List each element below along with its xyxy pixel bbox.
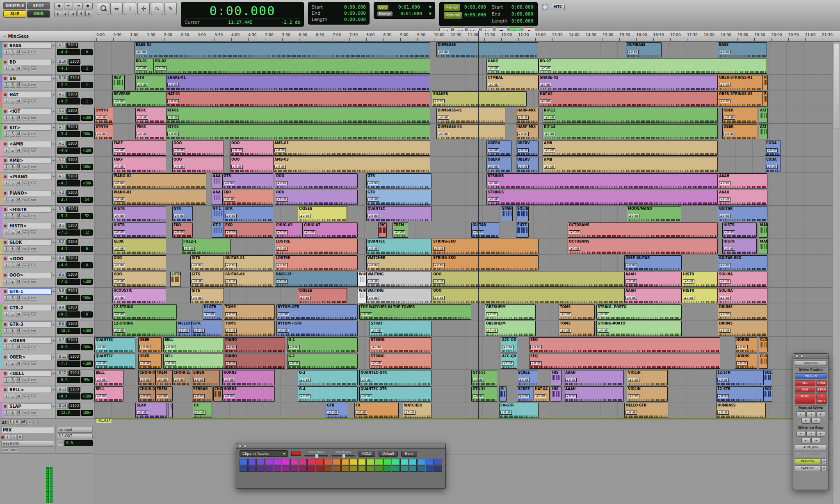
clip-gain-badge[interactable]: 0 dB <box>278 329 289 333</box>
clip-gain-badge[interactable]: 0 dB <box>192 263 203 267</box>
record-arm-button[interactable] <box>4 208 7 211</box>
pan-display[interactable]: 99> <box>81 377 93 383</box>
track-name[interactable]: KIT> <box>8 125 52 131</box>
clip-gain-badge[interactable]: 0 dB <box>488 148 499 152</box>
audio-clip[interactable]: VIOLIN0 dB <box>627 386 668 402</box>
clip-gain-badge[interactable]: 0 dB <box>540 99 551 103</box>
audio-clip[interactable]: G-20 dB <box>287 354 358 369</box>
clip-gain-badge[interactable]: 0 dB <box>371 361 382 366</box>
slip-mode-button[interactable]: SLIP <box>3 10 26 18</box>
color-swatch[interactable] <box>358 459 366 465</box>
mute-button[interactable]: M <box>16 66 21 71</box>
clip-gain-badge[interactable]: 0 dB <box>231 148 243 152</box>
mute-button[interactable]: M <box>16 246 21 252</box>
color-swatch[interactable] <box>274 465 282 472</box>
clip-gain-badge[interactable]: 0 dB <box>625 263 637 267</box>
track-lane[interactable]: SYNTH0 dBPERC0 dBKIT-010 dBDUMBASS-010 d… <box>94 107 833 124</box>
track-view-button[interactable]: ltch <box>30 411 37 415</box>
volume-display[interactable]: -7.3 <box>57 229 80 236</box>
solo-button[interactable]: S <box>10 99 15 104</box>
audio-clip[interactable]: EKO0 dB <box>222 190 273 205</box>
insert-assignment[interactable]: 510U <box>66 321 78 327</box>
audio-clip[interactable]: HISTR0 dB <box>682 272 718 287</box>
audio-clip[interactable]: HARP-MIX0 dB <box>516 108 539 123</box>
audio-clip[interactable]: EKO0 dB <box>172 222 193 238</box>
audio-clip[interactable]: BELL0 dB <box>94 386 123 402</box>
track-view-button[interactable]: ltch <box>30 394 37 399</box>
audio-clip[interactable]: HISTR0 dB <box>722 222 757 238</box>
manual-write-arrow-button[interactable]: ⇥ <box>811 418 820 424</box>
audio-clip[interactable]: BELL0 dB <box>94 370 123 385</box>
clip-gain-badge[interactable]: 0 dB <box>518 394 530 398</box>
input-monitor-button[interactable]: I <box>4 66 9 71</box>
nudge-caret-icon[interactable]: ▼ <box>429 12 431 16</box>
color-swatch[interactable] <box>434 465 442 472</box>
color-swatch[interactable] <box>400 459 409 465</box>
clip-gain-badge[interactable]: 0 dB <box>719 329 730 333</box>
clip-gain-badge[interactable]: 0 dB <box>361 378 372 382</box>
audio-clip[interactable]: OOO0 dB <box>112 255 166 270</box>
clip-gain-badge[interactable]: 0 dB <box>114 214 125 218</box>
input-monitor-button[interactable]: I <box>4 263 9 268</box>
audio-clip[interactable]: MOOG/MAND0 dB <box>627 206 681 221</box>
clip-gain-badge[interactable]: 0 dB <box>114 181 125 185</box>
main-counter[interactable]: 0:00.000 <box>185 4 300 18</box>
grid-value[interactable]: 0:01.000 <box>398 5 420 10</box>
clip-gain-badge[interactable]: 0 dB <box>114 312 125 316</box>
audio-clip[interactable]: TOMS0 dB <box>224 321 275 336</box>
clip-gain-badge[interactable]: 0 dB <box>139 378 151 382</box>
mute-button[interactable]: M <box>16 312 21 317</box>
track-view-button[interactable]: wv <box>22 312 29 317</box>
audio-clip[interactable]: RYTHM - GTR0 dB <box>276 321 358 336</box>
transport-end-value[interactable]: 0:00.000 <box>511 11 533 17</box>
audio-clip[interactable]: AAAH0 dB <box>564 370 624 385</box>
mute-button[interactable]: M <box>16 394 21 399</box>
color-swatch[interactable] <box>274 459 282 465</box>
color-swatch[interactable] <box>324 465 332 472</box>
clip-gain-badge[interactable]: 0 dB <box>433 99 445 103</box>
track-view-button[interactable]: wv <box>22 378 29 383</box>
record-arm-button[interactable] <box>4 372 7 375</box>
insert-assignment[interactable]: 510U <box>68 75 80 81</box>
pan-display[interactable]: 2 <box>81 66 93 72</box>
track-lane[interactable]: ACOUSTIC0 dBGITS0 dBCRISES0 dBWHIWAITING… <box>94 288 833 304</box>
volume-display[interactable]: -3.7 <box>57 197 80 203</box>
clip-gain-badge[interactable]: 0 dB <box>368 279 379 284</box>
clip-gain-badge[interactable]: 0 dB <box>719 263 730 267</box>
track-name[interactable]: AMB> <box>8 157 52 163</box>
input-monitor-button[interactable]: I <box>4 410 9 415</box>
clip-gain-badge[interactable]: 0 dB <box>433 247 445 251</box>
audio-clip[interactable]: SNARE-010 dB <box>166 75 430 90</box>
clip-gain-badge[interactable]: 0 dB <box>565 394 577 398</box>
track-options-caret[interactable]: ▾ <box>53 126 55 129</box>
track-options-caret[interactable]: ▾ <box>53 159 55 162</box>
audio-clip[interactable]: BASS0 dB <box>718 42 767 57</box>
write-on-stop-arrow-button[interactable]: ⇤ <box>797 431 806 437</box>
track-view-button[interactable]: wv <box>22 329 29 334</box>
clip-gain-badge[interactable]: 0 dB <box>96 378 107 382</box>
zoom-arrow-button[interactable]: ⇥ <box>74 2 83 9</box>
clip-gain-badge[interactable]: 0 dB <box>224 198 235 202</box>
window-zoom-icon[interactable] <box>800 354 803 358</box>
track-view-button[interactable]: ltch <box>30 378 37 383</box>
clip-gain-badge[interactable]: 0 dB <box>157 378 168 382</box>
track-view-button[interactable]: wv <box>22 116 29 120</box>
clip-gain-badge[interactable]: 0 dB <box>139 394 151 398</box>
clip-gain-badge[interactable]: 0 dB <box>288 345 300 349</box>
zoom-arrow-button[interactable]: ⇤ <box>64 2 73 9</box>
audio-clip[interactable]: MAN <box>759 239 768 254</box>
selector-tool[interactable]: I <box>124 2 136 15</box>
clip-gain-badge[interactable]: 0 dB <box>114 99 125 103</box>
audio-clip[interactable]: RYTHM-GTR0 dB <box>276 304 358 320</box>
color-swatch[interactable] <box>333 465 341 472</box>
color-swatch[interactable] <box>282 459 290 465</box>
track-name[interactable]: SLAP <box>8 403 52 409</box>
preview-button[interactable]: PREVIEW <box>795 459 820 464</box>
audio-clip[interactable]: ACI <box>759 108 768 123</box>
audio-clip[interactable]: BASS-150 dB <box>275 272 358 287</box>
audio-clip[interactable]: REVERSE0 dB <box>112 91 166 107</box>
output-assignment[interactable]: B 5 <box>57 272 66 278</box>
output-assignment[interactable]: B 16 <box>57 75 68 81</box>
audio-clip[interactable]: AMB-030 dB <box>273 157 430 172</box>
clip-gain-badge[interactable]: 0 dB <box>404 411 415 415</box>
